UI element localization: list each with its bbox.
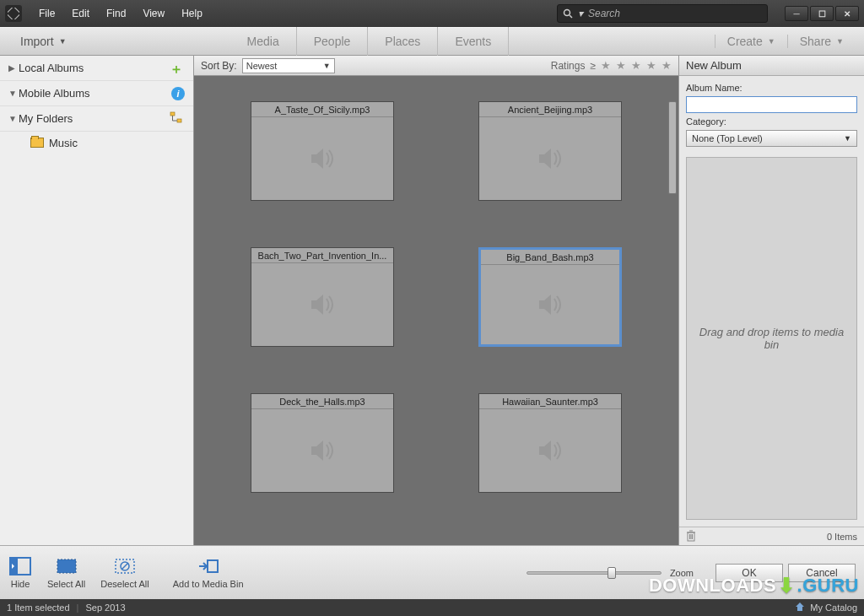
sort-by-label: Sort By: xyxy=(201,60,237,72)
thumbnail-title: A_Taste_Of_Sicily.mp3 xyxy=(251,102,393,117)
scrollbar-thumb[interactable] xyxy=(668,101,677,194)
ratings-gte: ≥ xyxy=(590,60,596,72)
search-placeholder: Search xyxy=(588,8,620,19)
import-button[interactable]: Import▼ xyxy=(8,28,78,55)
window-close-button[interactable]: ✕ xyxy=(835,6,859,21)
category-select[interactable]: None (Top Level)▼ xyxy=(686,130,857,147)
menu-find[interactable]: Find xyxy=(98,8,134,19)
deselect-all-icon xyxy=(113,556,137,576)
create-button[interactable]: Create▼ xyxy=(715,35,787,48)
folder-tree-icon[interactable] xyxy=(170,111,185,127)
thumbnail-title: Hawaiian_Saunter.mp3 xyxy=(479,394,621,409)
album-name-input[interactable] xyxy=(686,96,857,113)
media-thumbnail[interactable]: Deck_the_Halls.mp3 xyxy=(251,393,394,493)
svg-rect-4 xyxy=(177,119,181,122)
sidebar-folder-music[interactable]: Music xyxy=(0,132,193,154)
star-icon[interactable]: ★ xyxy=(662,59,672,72)
thumbnail-title: Deck_the_Halls.mp3 xyxy=(251,394,393,409)
folder-icon xyxy=(30,138,44,148)
chevron-down-icon: ▼ xyxy=(8,114,19,123)
hide-panel-button[interactable]: Hide xyxy=(8,556,32,589)
add-to-media-bin-button[interactable]: Add to Media Bin xyxy=(173,556,244,589)
menu-help[interactable]: Help xyxy=(173,8,211,19)
media-thumbnail[interactable]: Bach_Two_Part_Invention_In... xyxy=(251,247,394,347)
menu-edit[interactable]: Edit xyxy=(63,8,98,19)
search-input[interactable]: ▾ Search xyxy=(557,4,768,23)
audio-icon xyxy=(251,117,393,200)
media-bin-dropzone[interactable]: Drag and drop items to media bin xyxy=(686,157,857,520)
search-icon xyxy=(563,8,573,19)
svg-rect-13 xyxy=(57,559,76,573)
svg-rect-17 xyxy=(208,560,218,572)
cancel-button[interactable]: Cancel xyxy=(788,564,856,582)
audio-icon xyxy=(251,409,393,492)
tab-media[interactable]: Media xyxy=(230,27,297,56)
import-label: Import xyxy=(20,35,54,48)
right-panel: New Album Album Name: Category: None (To… xyxy=(678,56,864,545)
home-icon[interactable] xyxy=(795,602,805,613)
select-all-icon xyxy=(55,556,78,576)
album-name-label: Album Name: xyxy=(686,83,857,93)
status-catalog: My Catalog xyxy=(810,602,857,613)
thumbnail-title: Ancient_Beijing.mp3 xyxy=(479,102,621,117)
window-minimize-button[interactable]: ─ xyxy=(785,6,808,21)
media-thumbnail[interactable]: A_Taste_Of_Sicily.mp3 xyxy=(251,101,394,201)
media-thumbnail[interactable]: Ancient_Beijing.mp3 xyxy=(478,101,622,201)
app-logo-icon xyxy=(5,5,22,22)
deselect-all-button[interactable]: Deselect All xyxy=(100,556,148,589)
audio-icon xyxy=(251,263,393,346)
add-icon[interactable]: ＋ xyxy=(170,61,185,76)
media-thumbnail[interactable]: Big_Band_Bash.mp3 xyxy=(478,247,622,347)
thumbnail-title: Bach_Two_Part_Invention_In... xyxy=(251,248,393,263)
star-icon[interactable]: ★ xyxy=(631,59,641,72)
status-selected: 1 Item selected xyxy=(7,602,70,613)
svg-rect-0 xyxy=(8,8,19,19)
select-all-button[interactable]: Select All xyxy=(47,556,85,589)
info-icon[interactable]: i xyxy=(171,87,185,100)
svg-point-1 xyxy=(564,10,570,16)
menu-file[interactable]: File xyxy=(30,8,63,19)
zoom-slider[interactable] xyxy=(526,571,662,575)
media-thumbnail[interactable]: Hawaiian_Saunter.mp3 xyxy=(478,393,622,493)
audio-icon xyxy=(479,117,621,200)
sidebar-item-mobile-albums[interactable]: ▼ Mobile Albums i xyxy=(0,81,193,106)
titlebar: File Edit Find View Help ▾ Search ─ ☐ ✕ xyxy=(0,0,864,27)
panel-title: New Album xyxy=(679,56,864,76)
sort-bar: Sort By: Newest▼ Ratings ≥ ★ ★ ★ ★ ★ xyxy=(194,56,678,76)
star-icon[interactable]: ★ xyxy=(646,59,656,72)
ok-button[interactable]: OK xyxy=(716,564,783,582)
sort-by-select[interactable]: Newest▼ xyxy=(242,58,335,73)
svg-rect-3 xyxy=(170,112,175,116)
media-grid: A_Taste_Of_Sicily.mp3Ancient_Beijing.mp3… xyxy=(194,76,678,545)
chevron-down-icon: ▼ xyxy=(8,89,19,98)
main-toolbar: Import▼ Media People Places Events Creat… xyxy=(0,27,864,56)
status-bar: 1 Item selected | Sep 2013 My Catalog xyxy=(0,599,864,616)
category-label: Category: xyxy=(686,116,857,127)
thumbnail-title: Big_Band_Bash.mp3 xyxy=(481,250,619,265)
star-icon[interactable]: ★ xyxy=(601,59,611,72)
menu-view[interactable]: View xyxy=(134,8,173,19)
star-icon[interactable]: ★ xyxy=(616,59,626,72)
zoom-label: Zoom xyxy=(670,568,694,578)
chevron-right-icon: ▶ xyxy=(8,63,19,73)
status-date: Sep 2013 xyxy=(85,602,125,613)
ratings-label: Ratings xyxy=(551,60,586,72)
sidebar-item-my-folders[interactable]: ▼ My Folders xyxy=(0,106,193,132)
sidebar-item-local-albums[interactable]: ▶ Local Albums ＋ xyxy=(0,56,193,81)
svg-line-16 xyxy=(122,563,128,570)
trash-icon[interactable] xyxy=(686,530,696,543)
zoom-slider-handle[interactable] xyxy=(608,567,616,579)
tab-places[interactable]: Places xyxy=(368,27,438,56)
add-to-bin-icon xyxy=(197,556,220,576)
audio-icon xyxy=(479,409,621,492)
left-sidebar: ▶ Local Albums ＋ ▼ Mobile Albums i ▼ My … xyxy=(0,56,194,545)
audio-icon xyxy=(481,265,619,344)
share-button[interactable]: Share▼ xyxy=(787,35,856,48)
window-maximize-button[interactable]: ☐ xyxy=(810,6,834,21)
svg-line-2 xyxy=(570,15,572,18)
hide-icon xyxy=(8,556,32,576)
items-count: 0 Items xyxy=(827,532,857,542)
tab-people[interactable]: People xyxy=(297,27,369,56)
bottom-toolbar: Hide Select All Deselect All Add to Medi… xyxy=(0,545,864,599)
tab-events[interactable]: Events xyxy=(438,27,509,56)
